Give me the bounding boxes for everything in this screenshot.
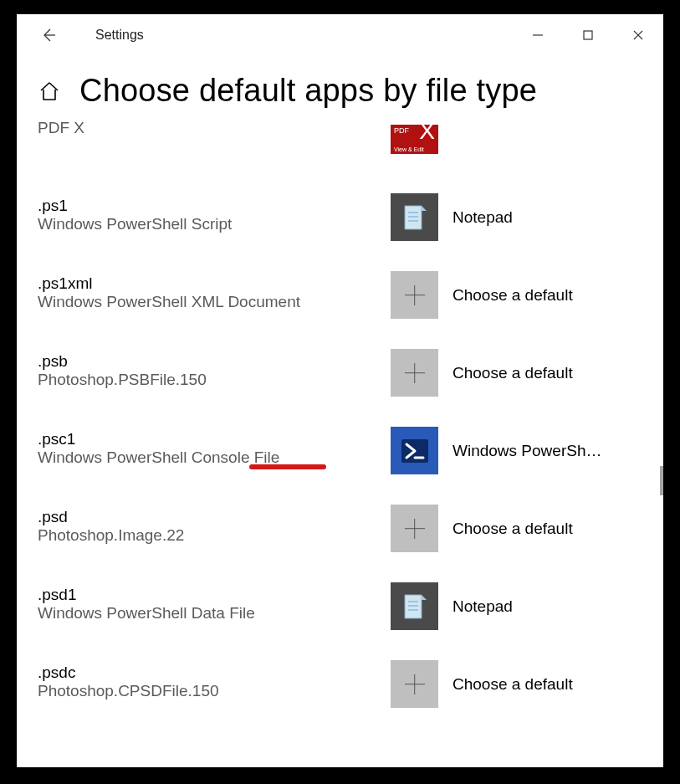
- file-type-info: .psc1Windows PowerShell Console File: [38, 427, 391, 467]
- plus-icon: [391, 349, 438, 397]
- app-icon-wrap: [391, 349, 438, 397]
- svg-rect-1: [584, 31, 592, 39]
- file-description: Windows PowerShell XML Document: [38, 293, 391, 311]
- maximize-button[interactable]: [563, 18, 613, 52]
- file-description: Windows PowerShell Data File: [38, 604, 391, 623]
- file-type-row: .ps1xmlWindows PowerShell XML DocumentCh…: [38, 256, 655, 334]
- file-type-row: .psdcPhotoshop.CPSDFile.150Choose a defa…: [38, 645, 655, 723]
- settings-window: Settings Choose default apps by file typ…: [17, 14, 663, 767]
- plus-icon: [391, 505, 438, 552]
- page-header: Choose default apps by file type: [38, 73, 655, 109]
- file-description: Windows PowerShell Script: [38, 215, 391, 233]
- file-description: PDF X: [38, 119, 391, 137]
- file-type-list: PDF XPDFXView & Edit.ps1Windows PowerShe…: [38, 115, 655, 723]
- default-app-button[interactable]: Notepad: [391, 582, 513, 630]
- file-type-row: .psc1Windows PowerShell Console FileWind…: [38, 412, 655, 489]
- file-extension: .psc1: [38, 430, 391, 448]
- app-label: Choose a default: [452, 286, 573, 305]
- app-label: Notepad: [452, 208, 513, 227]
- file-description: Photoshop.PSBFile.150: [38, 371, 391, 389]
- file-extension: .psd: [38, 508, 391, 526]
- minimize-icon: [532, 29, 544, 41]
- close-button[interactable]: [613, 18, 663, 52]
- file-description: Photoshop.CPSDFile.150: [38, 682, 391, 700]
- file-type-info: .ps1xmlWindows PowerShell XML Document: [38, 271, 391, 311]
- app-label: Choose a default: [452, 364, 573, 382]
- app-label: Choose a default: [452, 675, 573, 694]
- file-type-info: .psbPhotoshop.PSBFile.150: [38, 349, 391, 389]
- file-type-info: PDF X: [38, 115, 391, 137]
- file-type-info: .psdPhotoshop.Image.22: [38, 505, 391, 545]
- default-app-button[interactable]: Choose a default: [391, 349, 573, 397]
- notepad-icon: [391, 193, 438, 241]
- app-icon-wrap: [391, 193, 438, 241]
- default-app-button[interactable]: Notepad: [391, 193, 513, 241]
- plus-icon: [391, 660, 438, 708]
- file-extension: .psd1: [38, 586, 391, 604]
- app-label: Windows PowerSh…: [452, 442, 601, 460]
- home-button[interactable]: [38, 79, 61, 103]
- close-icon: [632, 29, 644, 41]
- content-area: Choose default apps by file type PDF XPD…: [17, 56, 663, 723]
- app-icon-wrap: [391, 505, 438, 552]
- plus-icon: [391, 271, 438, 319]
- app-label: Choose a default: [452, 520, 573, 538]
- default-app-button[interactable]: Choose a default: [391, 505, 573, 552]
- app-title: Settings: [95, 28, 144, 43]
- file-type-info: .ps1Windows PowerShell Script: [38, 193, 391, 233]
- file-type-info: .psd1Windows PowerShell Data File: [38, 582, 391, 623]
- default-app-button[interactable]: Choose a default: [391, 660, 573, 708]
- red-annotation-mark: [249, 464, 326, 469]
- app-icon-wrap: [391, 271, 438, 319]
- file-extension: .ps1: [38, 197, 391, 215]
- default-app-button[interactable]: Windows PowerSh…: [391, 427, 601, 474]
- file-type-row: .psd1Windows PowerShell Data FileNotepad: [38, 567, 655, 645]
- app-icon-wrap: [391, 427, 438, 474]
- file-extension: .ps1xml: [38, 274, 391, 293]
- file-description: Photoshop.Image.22: [38, 526, 391, 545]
- powershell-icon: [391, 427, 438, 474]
- app-icon-wrap: PDFXView & Edit: [391, 115, 438, 163]
- maximize-icon: [582, 29, 594, 41]
- file-type-row: .psdPhotoshop.Image.22Choose a default: [38, 489, 655, 567]
- file-type-row: .psbPhotoshop.PSBFile.150Choose a defaul…: [38, 334, 655, 412]
- page-title: Choose default apps by file type: [79, 73, 537, 109]
- file-extension: .psb: [38, 352, 391, 371]
- back-button[interactable]: [32, 18, 65, 52]
- file-description: Windows PowerShell Console File: [38, 448, 391, 467]
- window-controls: [513, 18, 663, 52]
- file-type-row: .ps1Windows PowerShell ScriptNotepad: [38, 178, 655, 256]
- back-arrow-icon: [40, 27, 57, 44]
- scrollbar-thumb[interactable]: [660, 466, 663, 495]
- file-extension: .psdc: [38, 664, 391, 682]
- app-icon-wrap: [391, 582, 438, 630]
- app-icon-wrap: [391, 660, 438, 708]
- app-label: Notepad: [452, 597, 513, 616]
- file-type-info: .psdcPhotoshop.CPSDFile.150: [38, 660, 391, 700]
- titlebar: Settings: [17, 14, 663, 56]
- home-icon: [38, 80, 60, 102]
- default-app-button[interactable]: PDFXView & Edit: [391, 115, 452, 163]
- notepad-icon: [391, 582, 438, 630]
- pdfx-icon: PDFXView & Edit: [391, 125, 438, 154]
- file-type-row: PDF XPDFXView & Edit: [38, 115, 655, 178]
- minimize-button[interactable]: [513, 18, 563, 52]
- default-app-button[interactable]: Choose a default: [391, 271, 573, 319]
